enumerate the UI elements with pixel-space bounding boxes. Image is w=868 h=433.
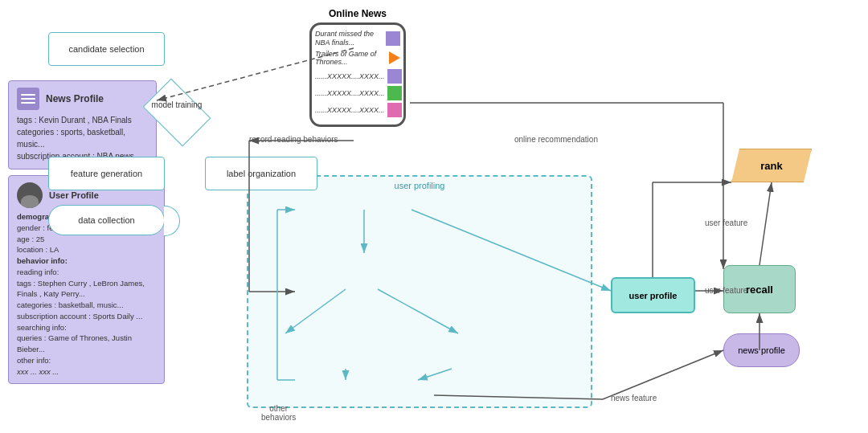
other-behaviors-label: other behaviors <box>261 404 296 422</box>
model-training-label: model training <box>137 100 217 109</box>
news-color-block-1 <box>386 31 400 46</box>
phone-news-item-5: ......XXXXX....XXXX... <box>315 103 400 117</box>
diamond-shape <box>143 79 211 147</box>
news-profile-title: News Profile <box>46 93 104 104</box>
cylinder-end <box>164 206 180 236</box>
user-feature-2-label: user feature <box>705 286 747 295</box>
online-recommendation-label: online recommendation <box>514 135 598 144</box>
feature-generation-label: feature generation <box>71 169 142 178</box>
user-behavior-label: behavior info: <box>17 255 156 267</box>
phone-title: Online News <box>305 8 410 19</box>
phone-news-item-3: ......XXXXX....XXXX... <box>315 69 400 84</box>
user-searching-label: searching info: <box>17 322 156 333</box>
news-profile-text1: tags : Kevin Durant , NBA Finals <box>17 114 148 126</box>
phone-news-text-5: ......XXXXX....XXXX... <box>315 106 385 115</box>
user-other-info: xxx ... xxx ... <box>17 366 156 378</box>
candidate-selection-box: candidate selection <box>48 32 165 66</box>
user-profile-output-label: user profile <box>629 291 678 300</box>
model-training-diamond: model training <box>137 88 217 137</box>
news-color-block-4 <box>387 86 402 100</box>
document-icon <box>17 88 39 110</box>
data-collection-box: data collection <box>48 205 165 235</box>
user-categories: categories : basketball, music... <box>17 300 156 311</box>
user-other-label: other info: <box>17 355 156 366</box>
svg-line-20 <box>760 182 772 265</box>
user-subscription: subscription account : Sports Daily ... <box>17 311 156 322</box>
news-profile-text2: categories : sports, basketball, music..… <box>17 126 148 150</box>
user-profiling-box: user profiling <box>247 175 592 408</box>
rank-box: rank <box>731 149 812 182</box>
feature-generation-box: feature generation <box>48 157 165 190</box>
user-location: location : LA <box>17 244 156 255</box>
user-feature-1-label: user feature <box>705 219 747 227</box>
user-queries: queries : Game of Thrones, Justin Bieber… <box>17 333 156 355</box>
user-avatar-icon <box>17 182 43 208</box>
user-tags: tags : Stephen Curry , LeBron James, Fin… <box>17 278 156 300</box>
data-collection-label: data collection <box>78 215 134 225</box>
news-feature-label: news feature <box>611 394 657 402</box>
record-reading-label: record reading behaviors <box>249 135 338 144</box>
news-profile-header: News Profile <box>17 88 148 110</box>
phone-news-text-3: ......XXXXX....XXXX... <box>315 72 385 81</box>
user-profile-output-box: user profile <box>611 277 695 313</box>
phone-news-item-4: ......XXXXX....XXXX... <box>315 86 400 100</box>
user-profile-title: User Profile <box>49 190 99 200</box>
phone-container: Online News Durant missed the NBA finals… <box>305 8 410 127</box>
news-profile-flow-label: news profile <box>738 345 785 355</box>
phone-body: Durant missed the NBA finals... Trailers… <box>309 22 406 127</box>
label-organization-label: label organization <box>227 169 296 178</box>
svg-line-22 <box>603 350 723 399</box>
news-color-block-3 <box>387 69 402 84</box>
play-icon <box>389 51 400 64</box>
phone-news-text-1: Durant missed the NBA finals... <box>315 30 383 47</box>
label-organization-box: label organization <box>205 157 317 190</box>
news-profile-flow-box: news profile <box>723 333 800 367</box>
diagram-container: News Profile tags : Kevin Durant , NBA F… <box>0 0 868 433</box>
user-reading-label: reading info: <box>17 267 156 278</box>
phone-news-item-1: Durant missed the NBA finals... <box>315 30 400 47</box>
user-profiling-label: user profiling <box>395 181 445 190</box>
phone-news-text-2: Trailers of Game of Thrones... <box>315 50 387 67</box>
phone-news-text-4: ......XXXXX....XXXX... <box>315 89 385 98</box>
phone-news-item-2: Trailers of Game of Thrones... <box>315 50 400 67</box>
candidate-selection-label: candidate selection <box>68 44 144 54</box>
news-color-block-5 <box>387 103 402 117</box>
recall-label: recall <box>746 284 773 296</box>
rank-label: rank <box>760 160 782 172</box>
